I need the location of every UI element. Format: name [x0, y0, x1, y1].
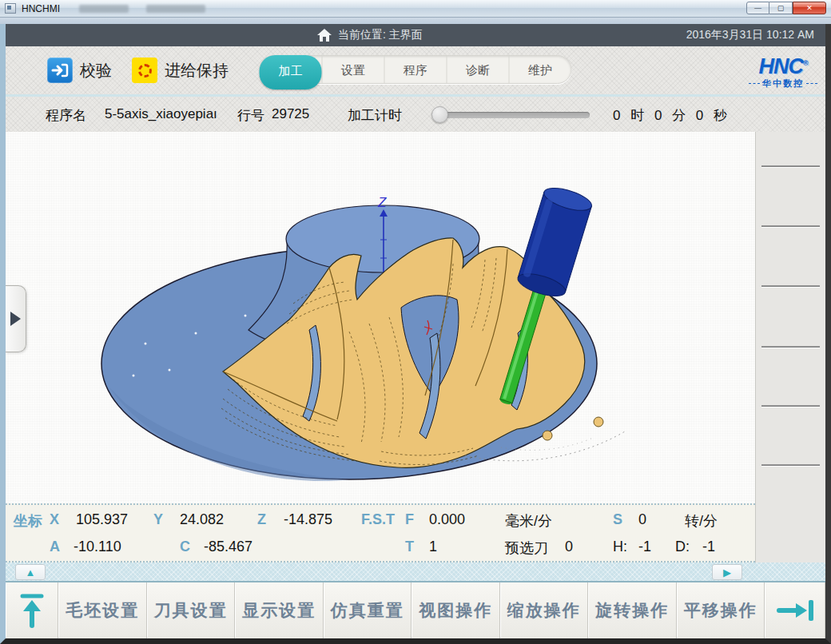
line-number-value: 29725 [272, 106, 309, 122]
app-frame: 当前位置: 主界面 2016年3月31日 10:12 AM 校验 进给保持 加工… [0, 24, 831, 644]
next-page-button[interactable] [765, 582, 825, 638]
logo-text: HNC [758, 54, 803, 78]
spindle-label: S [613, 511, 622, 528]
program-name-label: 程序名 [46, 106, 86, 125]
status-bar: 当前位置: 主界面 2016年3月31日 10:12 AM [6, 24, 825, 46]
close-button[interactable]: ✕ [793, 2, 826, 14]
datetime-label: 2016年3月31日 10:12 AM [686, 28, 814, 42]
progress-thumb[interactable] [431, 106, 448, 123]
coordinate-panel: 坐标 X 105.937 Y 24.082 Z -14.875 F.S.T F … [6, 503, 755, 563]
softkey-view-ops[interactable]: 视图操作 [412, 582, 500, 638]
tab-program[interactable]: 程序 [384, 56, 447, 83]
return-up-button[interactable] [6, 582, 58, 638]
line-number-label: 行号 [237, 106, 264, 125]
feedrate-label: F [405, 511, 414, 528]
scroll-up-button[interactable]: ▲ [15, 564, 46, 580]
softkey-divider [761, 405, 820, 407]
scroll-up-icon: ▲ [26, 567, 36, 578]
c-axis-label: C [180, 539, 190, 555]
panel-expand-icon [10, 312, 21, 326]
logo-subtext: 华中数控 [762, 78, 804, 89]
toolbar: 校验 进给保持 加工 设置 程序 诊断 维护 HNC® 华中数控 [6, 46, 825, 97]
softkey-rotate-ops[interactable]: 旋转操作 [588, 582, 677, 638]
feed-hold-icon [132, 58, 157, 83]
tab-settings[interactable]: 设置 [322, 56, 384, 83]
feed-hold-control[interactable]: 进给保持 [132, 58, 229, 83]
a-axis-label: A [50, 539, 60, 555]
hnc-logo: HNC® 华中数控 [749, 53, 817, 89]
h-offset-label: H: [613, 539, 627, 555]
program-name-value: 5-5axis_xiaoyepiaı [105, 106, 217, 122]
hnchmi-window: HNCHMI — ▢ ✕ 当前位置: 主界面 2016年3月31日 10:12 … [0, 0, 831, 644]
window-frame [0, 18, 831, 24]
right-softkey-column [755, 132, 825, 563]
tool-number-value: 1 [429, 539, 437, 555]
softkey-divider [761, 165, 820, 167]
tab-diagnosis[interactable]: 诊断 [447, 56, 509, 83]
h-offset-value: -1 [638, 539, 651, 555]
return-up-icon [18, 592, 46, 629]
preselect-tool-label: 预选刀 [505, 539, 548, 558]
y-axis-label: Y [153, 511, 163, 528]
title-bar[interactable]: HNCHMI — ▢ ✕ [0, 0, 831, 18]
spindle-unit: 转/分 [685, 511, 718, 531]
fst-label: F.S.T [361, 511, 395, 528]
scroll-next-button[interactable]: ▶ [712, 564, 742, 580]
coords-title: 坐标 [14, 511, 42, 531]
spindle-value: 0 [638, 511, 646, 528]
simulation-3d-viewport[interactable]: Z [6, 132, 755, 503]
tab-maintenance[interactable]: 维护 [509, 56, 571, 83]
x-axis-value: 105.937 [76, 511, 128, 528]
preselect-tool-value: 0 [565, 539, 573, 555]
logo-registered-mark: ® [803, 59, 808, 67]
left-panel-expand-handle[interactable] [6, 285, 26, 352]
x-axis-label: X [50, 511, 59, 528]
feed-hold-label: 进给保持 [165, 60, 229, 81]
d-offset-label: D: [675, 539, 690, 555]
window-title: HNCHMI [22, 3, 60, 14]
machining-timer-progressbar[interactable] [433, 112, 590, 118]
softkey-sim-reset[interactable]: 仿真重置 [324, 582, 412, 638]
main-area: Z [6, 132, 825, 563]
tool-holder [515, 184, 594, 300]
d-offset-value: -1 [702, 539, 715, 555]
program-info-row: 程序名 5-5axis_xiaoyepiaı 行号 29725 加工计时 0 时… [6, 97, 825, 132]
home-icon [317, 29, 332, 42]
feedrate-unit: 毫米/分 [505, 511, 552, 531]
softkey-display-setup[interactable]: 显示设置 [235, 582, 324, 638]
bottom-softkey-bar: 毛坯设置 刀具设置 显示设置 仿真重置 视图操作 缩放操作 旋转操作 平移操作 [6, 582, 825, 638]
softkey-divider [761, 464, 820, 466]
scroll-next-icon: ▶ [723, 567, 731, 578]
verify-arrow-icon [47, 58, 73, 83]
minimize-button[interactable]: — [746, 2, 769, 14]
softkey-divider [761, 225, 820, 227]
machining-timer-label: 加工计时 [348, 106, 402, 125]
app-icon [5, 3, 16, 14]
next-page-icon [775, 594, 815, 626]
z-axis-value: -14.875 [284, 511, 332, 528]
maximize-button[interactable]: ▢ [769, 2, 793, 14]
machining-3d-scene: Z [6, 132, 755, 503]
softkey-pan-ops[interactable]: 平移操作 [677, 582, 765, 638]
z-axis-label: Z [257, 511, 266, 528]
redacted-text [146, 5, 205, 13]
window-controls: — ▢ ✕ [746, 2, 826, 14]
verify-control[interactable]: 校验 [47, 58, 112, 83]
softkey-tool-setup[interactable]: 刀具设置 [147, 582, 236, 638]
scroll-strip: ▲ ▶ [6, 563, 825, 582]
softkey-zoom-ops[interactable]: 缩放操作 [500, 582, 589, 638]
tab-machining[interactable]: 加工 [260, 55, 322, 89]
y-axis-value: 24.082 [180, 511, 224, 528]
feedrate-value: 0.000 [429, 511, 465, 528]
elapsed-time-value: 0 时 0 分 0 秒 [613, 106, 730, 125]
softkey-divider [761, 285, 820, 287]
c-axis-value: -85.467 [204, 539, 252, 555]
z-axis-label: Z [377, 195, 387, 210]
current-location-label: 当前位置: 主界面 [338, 28, 423, 42]
main-tabs: 加工 设置 程序 诊断 维护 [260, 55, 572, 84]
redacted-text [79, 5, 129, 13]
tool-number-label: T [405, 539, 414, 555]
verify-label: 校验 [80, 60, 112, 81]
a-axis-value: -10.110 [74, 539, 121, 555]
softkey-blank-setup[interactable]: 毛坯设置 [58, 582, 147, 638]
